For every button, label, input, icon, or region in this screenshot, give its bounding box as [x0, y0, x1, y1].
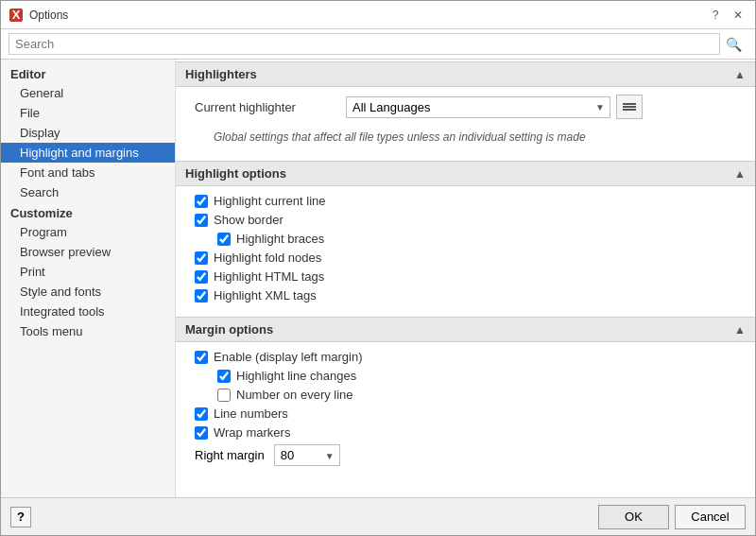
close-button[interactable]: ✕: [729, 6, 747, 25]
highlight-html-tags-row: Highlight HTML tags: [195, 269, 736, 284]
sidebar-item-tools-menu[interactable]: Tools menu: [1, 321, 175, 341]
right-margin-row: Right margin 80 100 120 72: [195, 444, 736, 466]
show-border-label[interactable]: Show border: [214, 213, 284, 227]
sidebar-item-display[interactable]: Display: [1, 123, 175, 143]
highlight-options-section-header[interactable]: Highlight options ▲: [176, 161, 755, 186]
app-icon: X: [9, 8, 24, 23]
highlighter-dropdown-container: All Languages HTML CSS JavaScript PHP XM…: [346, 96, 610, 118]
sidebar-item-browser-preview[interactable]: Browser preview: [1, 242, 175, 262]
options-window: X Options ? ✕ 🔍 Editor General File Disp…: [0, 0, 756, 536]
wrap-markers-label[interactable]: Wrap markers: [214, 425, 290, 440]
highlight-html-tags-label[interactable]: Highlight HTML tags: [214, 269, 324, 284]
title-bar: X Options ? ✕: [1, 1, 755, 29]
highlight-line-changes-checkbox[interactable]: [217, 370, 231, 383]
sidebar-item-style-and-fonts[interactable]: Style and fonts: [1, 282, 175, 302]
highlight-html-tags-checkbox[interactable]: [195, 270, 208, 284]
margin-options-section-body: Enable (display left margin) Highlight l…: [176, 342, 755, 478]
show-border-row: Show border: [195, 213, 736, 227]
sidebar-item-general[interactable]: General: [1, 83, 175, 103]
margin-options-collapse-arrow: ▲: [734, 323, 746, 337]
enable-left-margin-label[interactable]: Enable (display left margin): [214, 350, 363, 364]
title-bar-controls: ? ✕: [706, 6, 747, 25]
line-numbers-row: Line numbers: [195, 406, 736, 421]
bottom-right: OK Cancel: [598, 505, 746, 529]
sidebar-item-integrated-tools[interactable]: Integrated tools: [1, 302, 175, 321]
highlight-options-collapse-arrow: ▲: [734, 167, 746, 181]
sidebar: Editor General File Display Highlight an…: [1, 60, 176, 497]
line-numbers-label[interactable]: Line numbers: [214, 406, 288, 421]
help-titlebar-button[interactable]: ?: [706, 6, 725, 25]
highlight-braces-checkbox[interactable]: [217, 233, 231, 246]
highlight-braces-label[interactable]: Highlight braces: [236, 232, 324, 246]
right-margin-dropdown-container: 80 100 120 72: [274, 444, 340, 466]
window-title: Options: [29, 9, 706, 22]
svg-text:X: X: [12, 8, 21, 22]
enable-left-margin-checkbox[interactable]: [195, 351, 208, 364]
sidebar-item-search[interactable]: Search: [1, 182, 175, 202]
search-bar: 🔍: [1, 29, 755, 60]
bottom-left: ?: [10, 507, 31, 527]
sidebar-item-file[interactable]: File: [1, 103, 175, 123]
highlight-line-changes-row: Highlight line changes: [217, 369, 736, 383]
highlight-current-line-row: Highlight current line: [195, 194, 736, 208]
main-content: Editor General File Display Highlight an…: [1, 60, 755, 497]
line-numbers-checkbox[interactable]: [195, 407, 208, 421]
wrap-markers-row: Wrap markers: [195, 425, 736, 440]
search-button[interactable]: 🔍: [720, 35, 747, 54]
highlight-xml-tags-checkbox[interactable]: [195, 289, 208, 303]
right-margin-dropdown[interactable]: 80 100 120 72: [274, 444, 340, 466]
sidebar-item-font-and-tabs[interactable]: Font and tabs: [1, 163, 175, 182]
svg-rect-4: [623, 109, 636, 111]
number-on-every-line-row: Number on every line: [217, 388, 736, 402]
search-input[interactable]: [9, 33, 720, 55]
highlight-current-line-checkbox[interactable]: [195, 195, 208, 208]
highlighter-settings-button[interactable]: [616, 95, 643, 119]
highlighters-section-body: Current highlighter All Languages HTML C…: [176, 87, 755, 159]
current-highlighter-label: Current highlighter: [195, 100, 346, 114]
right-margin-label: Right margin: [195, 448, 265, 462]
sidebar-section-editor: Editor: [1, 63, 175, 83]
bottom-bar: ? OK Cancel: [1, 497, 755, 535]
current-highlighter-row: Current highlighter All Languages HTML C…: [195, 95, 736, 119]
highlight-xml-tags-row: Highlight XML tags: [195, 288, 736, 303]
highlight-xml-tags-label[interactable]: Highlight XML tags: [214, 288, 317, 303]
content-area: Highlighters ▲ Current highlighter All L…: [176, 60, 755, 497]
highlight-current-line-label[interactable]: Highlight current line: [214, 194, 326, 208]
ok-button[interactable]: OK: [598, 505, 669, 529]
highlighter-dropdown[interactable]: All Languages HTML CSS JavaScript PHP XM…: [346, 96, 610, 118]
wrap-markers-checkbox[interactable]: [195, 426, 208, 440]
highlighters-collapse-arrow: ▲: [734, 68, 746, 81]
enable-display-left-margin-row: Enable (display left margin): [195, 350, 736, 364]
highlight-fold-nodes-row: Highlight fold nodes: [195, 251, 736, 265]
sidebar-item-print[interactable]: Print: [1, 262, 175, 282]
highlight-braces-row: Highlight braces: [217, 232, 736, 246]
highlighters-section-title: Highlighters: [185, 67, 257, 81]
highlight-fold-nodes-label[interactable]: Highlight fold nodes: [214, 251, 321, 265]
highlighters-section-header[interactable]: Highlighters ▲: [176, 61, 755, 87]
svg-rect-2: [623, 103, 636, 105]
margin-options-section-header[interactable]: Margin options ▲: [176, 317, 755, 342]
help-button[interactable]: ?: [10, 507, 31, 527]
sidebar-item-highlight-and-margins[interactable]: Highlight and margins: [1, 143, 175, 163]
number-on-every-line-checkbox[interactable]: [217, 389, 231, 402]
highlight-options-section-body: Highlight current line Show border Highl…: [176, 186, 755, 315]
cancel-button[interactable]: Cancel: [675, 505, 746, 529]
highlighters-info-text: Global settings that affect all file typ…: [195, 125, 736, 151]
show-border-checkbox[interactable]: [195, 214, 208, 227]
highlight-line-changes-label[interactable]: Highlight line changes: [236, 369, 356, 383]
sidebar-section-customize: Customize: [1, 202, 175, 222]
svg-rect-3: [623, 106, 636, 108]
margin-options-title: Margin options: [185, 322, 273, 337]
sidebar-item-program[interactable]: Program: [1, 222, 175, 242]
highlight-fold-nodes-checkbox[interactable]: [195, 251, 208, 265]
highlight-options-title: Highlight options: [185, 166, 286, 181]
number-on-every-line-label[interactable]: Number on every line: [236, 388, 353, 402]
highlighter-dropdown-wrapper: All Languages HTML CSS JavaScript PHP XM…: [346, 95, 643, 119]
